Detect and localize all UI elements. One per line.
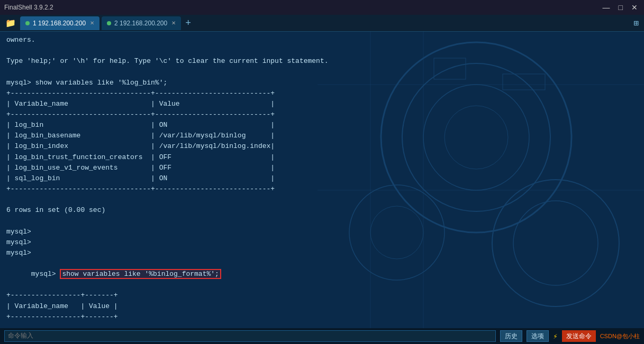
add-tab-button[interactable]: + xyxy=(182,18,194,29)
line-help: Type 'help;' or '\h' for help. Type '\c'… xyxy=(6,56,638,67)
title-bar: FinalShell 3.9.2.2 — □ ✕ xyxy=(0,0,644,15)
minimize-button[interactable]: — xyxy=(601,3,612,12)
line-6rows: 6 rows in set (0.00 sec) xyxy=(6,205,638,216)
line-mysql-cmd: mysql> show variables like '%binlog_form… xyxy=(6,258,638,290)
tab-1[interactable]: 1 192.168.200.200 ✕ xyxy=(20,16,99,30)
line-logbin: | log_bin | ON | xyxy=(6,120,638,131)
csdn-label: CSDN@包小柱 xyxy=(600,332,640,340)
line-show-vars: mysql> show variables like '%log_bin%'; xyxy=(6,78,638,88)
line-logbin-basename: | log_bin_basename | /var/lib/mysql/binl… xyxy=(6,131,638,141)
line-mysql3: mysql> xyxy=(6,248,638,258)
line-mysql1: mysql> xyxy=(6,227,638,237)
binlog-border1: +-----------------+-------+ xyxy=(6,290,638,301)
line-blank2 xyxy=(6,67,638,77)
terminal-content: owners. Type 'help;' or '\h' for help. T… xyxy=(6,35,638,328)
line-border1: +----------------------------------+----… xyxy=(6,88,638,99)
tab-2[interactable]: 2 192.168.200.200 ✕ xyxy=(102,16,181,30)
line-header: | Variable_name | Value | xyxy=(6,99,638,109)
line-logbin-trust: | log_bin_trust_function_creators | OFF … xyxy=(6,152,638,163)
highlighted-command: show variables like '%binlog_format%'; xyxy=(60,269,221,279)
window-controls: — □ ✕ xyxy=(601,3,640,12)
mysql-prompt: mysql> xyxy=(31,270,60,278)
binlog-sep: +-----------------+-------+ xyxy=(6,312,638,322)
send-button[interactable]: 发送命令 xyxy=(562,330,596,342)
line-sqllogbin: | sql_log_bin | ON | xyxy=(6,173,638,184)
bottom-bar: 历史 选项 ⚡ 发送命令 CSDN@包小柱 xyxy=(0,328,644,344)
tab-status-dot-2 xyxy=(107,21,111,25)
line-border2: +----------------------------------+----… xyxy=(6,109,638,120)
binlog-format-row-container: | binlog_format | ROW | ▌ 默认的日志格式为ROW xyxy=(6,322,638,328)
tab-label-1: 1 192.168.200.200 xyxy=(33,20,86,27)
history-button[interactable]: 历史 xyxy=(500,330,522,342)
line-logbin-index: | log_bin_index | /var/lib/mysql/binlog.… xyxy=(6,141,638,152)
line-border3: +----------------------------------+----… xyxy=(6,184,638,194)
terminal-area[interactable]: owners. Type 'help;' or '\h' for help. T… xyxy=(0,32,644,328)
lightning-icon: ⚡ xyxy=(553,332,557,341)
command-input[interactable] xyxy=(4,330,496,342)
line-logbin-v1: | log_bin_use_v1_row_events | OFF | xyxy=(6,163,638,173)
binlog-colheader: | Variable_name | Value | xyxy=(6,301,638,312)
tab-label-2: 2 192.168.200.200 xyxy=(114,20,167,27)
options-button[interactable]: 选项 xyxy=(527,330,549,342)
binlog-format-line: | binlog_format | ROW | xyxy=(6,322,118,328)
line-blank1 xyxy=(6,45,638,56)
line-owners: owners. xyxy=(6,35,638,45)
maximize-button[interactable]: □ xyxy=(616,3,625,12)
grid-icon[interactable]: ⊞ xyxy=(630,18,642,29)
tab-status-dot-1 xyxy=(25,21,30,25)
line-mysql2: mysql> xyxy=(6,237,638,248)
tab-close-1[interactable]: ✕ xyxy=(90,20,94,26)
tab-bar: 📁 1 192.168.200.200 ✕ 2 192.168.200.200 … xyxy=(0,15,644,32)
folder-icon[interactable]: 📁 xyxy=(2,18,19,29)
close-button[interactable]: ✕ xyxy=(629,3,640,12)
line-blank4 xyxy=(6,216,638,226)
line-blank3 xyxy=(6,194,638,205)
app-title: FinalShell 3.9.2.2 xyxy=(4,4,53,11)
tab-close-2[interactable]: ✕ xyxy=(171,20,176,26)
